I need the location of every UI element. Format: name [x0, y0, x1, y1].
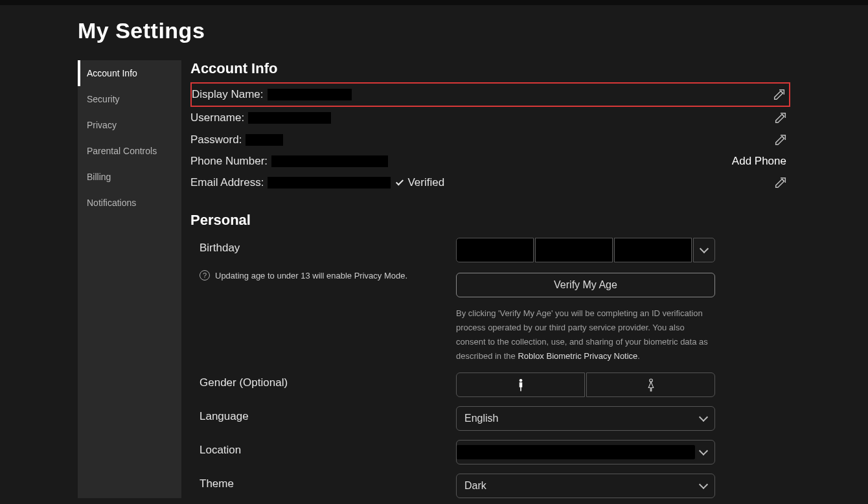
sidebar-item-security[interactable]: Security	[78, 86, 181, 112]
password-value-redacted	[246, 134, 283, 146]
birthday-row: Birthday ? Updating age to under 13 will…	[190, 238, 790, 363]
gender-male-button[interactable]	[456, 372, 585, 397]
disclosure-text-suffix: .	[637, 351, 640, 361]
female-icon	[645, 378, 657, 392]
birthday-day-select[interactable]	[535, 238, 613, 262]
display-name-value-redacted	[268, 89, 352, 100]
settings-main: Account Info Display Name: Username:	[190, 60, 790, 498]
personal-heading: Personal	[190, 212, 790, 229]
verify-age-button[interactable]: Verify My Age	[456, 273, 715, 297]
sidebar-item-privacy[interactable]: Privacy	[78, 112, 181, 138]
language-label: Language	[200, 410, 443, 423]
phone-value-redacted	[271, 155, 388, 167]
birthday-label: Birthday	[200, 242, 443, 255]
username-value-redacted	[248, 112, 331, 124]
gender-label: Gender (Optional)	[200, 376, 443, 389]
birthday-dropdown-toggle[interactable]	[693, 238, 715, 262]
chevron-down-icon	[699, 413, 708, 422]
password-label: Password:	[190, 133, 242, 146]
sidebar-item-notifications[interactable]: Notifications	[78, 190, 181, 216]
gender-row: Gender (Optional)	[190, 372, 790, 397]
display-name-label: Display Name:	[192, 88, 264, 101]
page-title: My Settings	[78, 18, 790, 43]
verified-badge: Verified	[396, 176, 444, 189]
sidebar-item-label: Privacy	[87, 120, 117, 130]
username-label: Username:	[190, 111, 244, 124]
location-row: Location	[190, 440, 790, 464]
theme-select[interactable]: Dark	[456, 474, 715, 498]
language-row: Language English	[190, 406, 790, 431]
birthday-month-select[interactable]	[456, 238, 534, 262]
svg-point-0	[519, 379, 522, 382]
phone-label: Phone Number:	[190, 155, 268, 168]
male-icon	[515, 378, 527, 392]
account-info-heading: Account Info	[190, 60, 790, 77]
sidebar-item-label: Notifications	[87, 198, 136, 208]
chevron-down-icon	[700, 244, 709, 253]
add-phone-link[interactable]: Add Phone	[732, 155, 786, 168]
settings-sidebar: Account Info Security Privacy Parental C…	[78, 60, 181, 498]
theme-value: Dark	[464, 480, 700, 492]
location-select[interactable]	[456, 440, 715, 464]
chevron-down-icon	[699, 480, 708, 489]
location-value-redacted	[457, 445, 695, 459]
sidebar-item-billing[interactable]: Billing	[78, 164, 181, 190]
theme-row: Theme Dark	[190, 474, 790, 498]
email-row: Email Address: Verified	[190, 172, 790, 194]
sidebar-item-label: Account Info	[87, 68, 137, 78]
language-select[interactable]: English	[456, 406, 715, 431]
gender-button-group	[456, 372, 715, 397]
birthday-select-group	[456, 238, 715, 262]
email-value-redacted	[268, 177, 391, 189]
theme-label: Theme	[200, 477, 443, 490]
username-row: Username:	[190, 107, 790, 129]
pencil-icon[interactable]	[772, 87, 786, 102]
sidebar-item-label: Billing	[87, 172, 111, 182]
privacy-hint-text: Updating age to under 13 will enable Pri…	[215, 271, 407, 281]
verified-text: Verified	[407, 176, 444, 189]
language-value: English	[464, 413, 700, 424]
check-icon	[396, 178, 405, 187]
pencil-icon[interactable]	[773, 133, 788, 147]
sidebar-item-parental-controls[interactable]: Parental Controls	[78, 138, 181, 164]
password-row: Password:	[190, 129, 790, 151]
birthday-year-select[interactable]	[614, 238, 692, 262]
privacy-hint: ? Updating age to under 13 will enable P…	[200, 270, 443, 281]
phone-row: Phone Number: Add Phone	[190, 151, 790, 172]
help-icon[interactable]: ?	[200, 270, 210, 281]
window-topbar	[0, 0, 868, 5]
chevron-down-icon	[699, 446, 708, 455]
verify-age-disclosure: By clicking 'Verify My Age' you will be …	[456, 306, 715, 363]
biometric-privacy-link[interactable]: Roblox Biometric Privacy Notice	[518, 351, 637, 361]
location-label: Location	[200, 444, 443, 457]
sidebar-item-account-info[interactable]: Account Info	[78, 60, 181, 86]
gender-female-button[interactable]	[586, 372, 715, 397]
display-name-row: Display Name:	[190, 82, 790, 107]
pencil-icon[interactable]	[773, 111, 788, 125]
sidebar-item-label: Security	[87, 94, 120, 104]
sidebar-item-label: Parental Controls	[87, 146, 157, 156]
email-label: Email Address:	[190, 176, 264, 189]
pencil-icon[interactable]	[773, 176, 788, 190]
